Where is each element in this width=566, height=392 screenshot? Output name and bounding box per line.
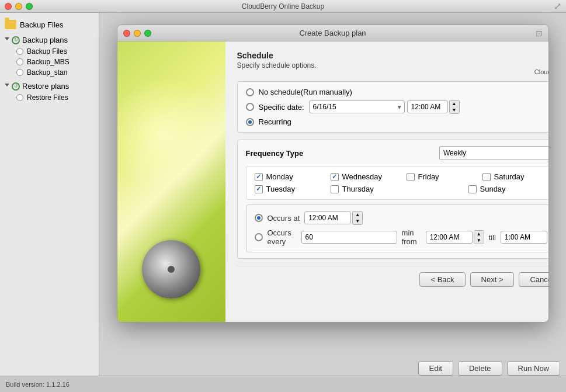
restore-plans-header[interactable]: ↺ Restore plans [0, 80, 99, 92]
expand-icon [5, 37, 9, 43]
window-controls[interactable] [5, 3, 33, 10]
sunday-checkbox[interactable] [468, 185, 477, 193]
modal-footer: < Back Next > Cancel [237, 266, 549, 296]
section-title: Schedule [237, 51, 317, 60]
sidebar-item-restore-files[interactable]: Restore Files [0, 92, 99, 103]
specific-time-stepper[interactable]: ▲ ▼ [449, 100, 460, 114]
till-time-stepper[interactable]: ▲ ▼ [548, 230, 549, 244]
backup-mbs-label: Backup_MBS [27, 58, 70, 66]
app-title: CloudBerry Online Backup [242, 2, 324, 11]
maximize-button[interactable] [26, 3, 33, 10]
restore-icon: ↺ [12, 82, 20, 91]
sidebar-item-backup-stan[interactable]: Backup_stan [0, 67, 99, 78]
friday-label: Friday [418, 172, 439, 181]
date-dropdown-arrow: ▼ [397, 104, 402, 110]
date-select-wrapper[interactable]: ▼ [309, 100, 405, 113]
cloudberry-logo: CloudberryLab [534, 51, 549, 75]
monday-checkbox[interactable] [255, 173, 263, 181]
next-button[interactable]: Next > [470, 272, 515, 287]
status-bar: Build version: 1.1.2.16 [0, 376, 566, 392]
wednesday-checkbox[interactable] [331, 173, 339, 181]
modal-form: Schedule Specify schedule options. Cloud… [225, 41, 549, 322]
frequency-section: Frequency Type Once Daily Weekly Monthly… [237, 140, 549, 259]
occurs-at-time-input[interactable] [304, 211, 351, 224]
cancel-button[interactable]: Cancel [519, 272, 548, 287]
back-button[interactable]: < Back [419, 272, 465, 287]
sunday-item[interactable]: Sunday [468, 185, 527, 193]
radio-dot [16, 48, 23, 55]
close-button[interactable] [5, 3, 12, 10]
sidebar-item-backup-mbs[interactable]: Backup_MBS [0, 57, 99, 67]
modal-minimize-button[interactable] [134, 30, 141, 37]
radio-dot [16, 94, 23, 101]
modal-window-controls[interactable] [123, 30, 151, 37]
occurs-every-label: Occurs every [268, 228, 297, 246]
sidebar: Backup Files ↻ Backup plans Backup Files… [0, 13, 99, 392]
modal-title-bar: Create Backup plan ⊡ [117, 25, 548, 41]
recurring-row[interactable]: Recurring [246, 117, 549, 126]
from-time-stepper[interactable]: ▲ ▼ [474, 230, 484, 244]
monday-label: Monday [266, 172, 293, 181]
content-area: Create Backup plan ⊡ Schedule Specify s [99, 13, 566, 392]
from-time-input[interactable] [426, 231, 473, 244]
specific-date-row[interactable]: Specific date: ▼ ▲ [246, 100, 549, 114]
no-schedule-row[interactable]: No schedule(Run manually) [246, 88, 549, 96]
specific-date-input[interactable] [309, 100, 405, 113]
tuesday-item[interactable]: Tuesday [255, 185, 313, 193]
edit-button[interactable]: Edit [418, 361, 453, 376]
thursday-checkbox[interactable] [331, 185, 339, 193]
app-area: Backup Files ↻ Backup plans Backup Files… [0, 13, 566, 392]
build-version: Build version: 1.1.2.16 [6, 381, 70, 388]
stepper-up[interactable]: ▲ [353, 211, 362, 218]
occurs-every-row[interactable]: Occurs every min from ▲ ▼ [255, 228, 549, 246]
stepper-down[interactable]: ▼ [474, 237, 484, 244]
frequency-select-wrapper[interactable]: Once Daily Weekly Monthly ⬍ [439, 146, 549, 160]
occurs-at-label: Occurs at [268, 214, 300, 223]
backup-plans-header[interactable]: ↻ Backup plans [0, 34, 99, 46]
modal-close-button[interactable] [123, 30, 130, 37]
sunday-label: Sunday [480, 185, 506, 193]
monday-item[interactable]: Monday [255, 172, 313, 181]
thursday-item[interactable]: Thursday [331, 185, 389, 193]
wednesday-item[interactable]: Wednesday [331, 172, 389, 181]
sidebar-item-backup-files[interactable]: Backup Files [0, 46, 99, 57]
delete-button[interactable]: Delete [458, 361, 502, 376]
occurs-at-row[interactable]: Occurs at ▲ ▼ [255, 211, 549, 225]
modal-expand-icon[interactable]: ⊡ [536, 29, 543, 38]
specific-date-radio[interactable] [246, 103, 254, 111]
backup-icon: ↻ [12, 36, 20, 44]
till-time-input[interactable] [501, 231, 547, 244]
saturday-checkbox[interactable] [482, 173, 491, 181]
run-now-button[interactable]: Run Now [507, 361, 560, 376]
occurs-every-input[interactable] [301, 231, 397, 244]
frequency-select[interactable]: Once Daily Weekly Monthly [439, 146, 549, 160]
recurring-label: Recurring [259, 117, 291, 126]
stepper-up[interactable]: ▲ [474, 231, 484, 237]
cloudberry-icon [547, 51, 549, 67]
occurs-every-radio[interactable] [255, 233, 263, 241]
stepper-up[interactable]: ▲ [450, 100, 459, 107]
friday-item[interactable]: Friday [407, 172, 465, 181]
no-schedule-label: No schedule(Run manually) [259, 88, 352, 96]
occurs-at-stepper[interactable]: ▲ ▼ [352, 211, 363, 225]
sidebar-header-label: Backup Files [20, 20, 63, 29]
till-time-group: ▲ ▼ [501, 230, 549, 244]
radio-dot [16, 58, 23, 65]
specific-time-input[interactable] [407, 100, 448, 113]
saturday-item[interactable]: Saturday [482, 172, 541, 181]
minimize-button[interactable] [15, 3, 22, 10]
friday-checkbox[interactable] [407, 173, 415, 181]
stepper-down[interactable]: ▼ [353, 218, 362, 224]
recurring-radio[interactable] [246, 118, 254, 126]
frequency-label: Frequency Type [246, 149, 304, 158]
modal-maximize-button[interactable] [144, 30, 151, 37]
stepper-down[interactable]: ▼ [450, 107, 459, 113]
occurs-at-radio[interactable] [255, 214, 263, 222]
no-schedule-radio[interactable] [246, 88, 254, 96]
tuesday-checkbox[interactable] [255, 185, 263, 193]
checkbox-row-2: Tuesday Thursday Sunday [255, 185, 549, 193]
restore-files-label: Restore Files [27, 93, 68, 102]
sidebar-header[interactable]: Backup Files [0, 18, 99, 32]
modal-body: Schedule Specify schedule options. Cloud… [117, 41, 548, 322]
restore-plans-label: Restore plans [22, 82, 69, 91]
